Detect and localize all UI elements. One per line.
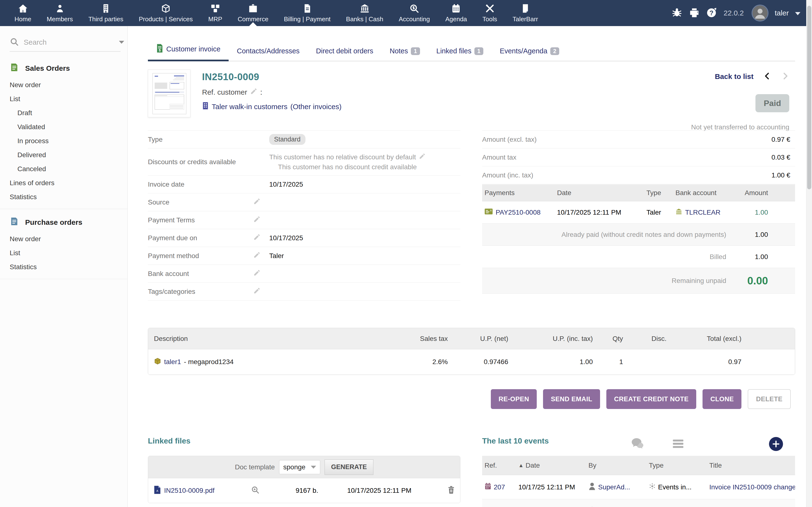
file-name-link[interactable]: IN2510-0009.pdf [164,487,215,495]
trash-icon[interactable] [448,486,455,496]
pencil-icon[interactable] [253,269,260,278]
status-badge: Paid [755,94,789,112]
page-scrollbar[interactable] [806,0,812,507]
pencil-icon[interactable] [253,287,260,296]
generate-button[interactable]: GENERATE [324,459,373,475]
payment-cheque-icon: $ [485,208,493,216]
company-link[interactable]: Taler walk-in customers [212,103,287,111]
amount-value: 0.97 € [771,136,795,144]
tab-direct-debit-orders[interactable]: Direct debit orders [308,47,382,61]
pencil-icon[interactable] [253,251,260,260]
event-type: Events in... [658,483,692,491]
help-icon[interactable]: ? [706,7,717,19]
nav-members[interactable]: Members [39,0,81,26]
sidebar-item-list[interactable]: List [0,92,128,106]
pencil-icon[interactable] [253,233,260,242]
add-icon[interactable] [769,437,783,451]
bank-account-link[interactable]: TLRCLEAR [685,209,720,216]
tab-badge: 1 [474,47,483,55]
pencil-icon[interactable] [419,153,425,161]
event-ref-link[interactable]: 207 [494,483,505,491]
nav-products-services[interactable]: Products | Services [131,0,201,26]
sidebar-item-draft[interactable]: Draft [0,106,128,120]
sidebar-item-in-process[interactable]: In process [0,134,128,148]
payment-due-value: 10/17/2025 [269,234,303,242]
payment-ref-link[interactable]: PAY2510-0008 [496,209,541,216]
nav-label: Tools [483,15,497,23]
doc-green-icon [10,63,19,74]
event-title-link[interactable]: Invoice IN2510-0009 change [709,483,795,491]
other-invoices-link[interactable]: (Other invoices) [290,103,342,111]
send-email-button[interactable]: SEND EMAIL [543,389,600,409]
line-qty: 1 [595,358,625,366]
sidebar-section-title: Sales Orders [25,64,70,72]
event-author-link[interactable]: SuperAd... [598,483,630,491]
nav-label: Accounting [399,15,430,23]
invoice-thumbnail[interactable] [148,69,191,117]
last-events-title: The last 10 events [482,437,549,445]
print-icon[interactable] [689,7,700,19]
tab-notes[interactable]: Notes1 [382,47,428,61]
sidebar-item-po-statistics[interactable]: Statistics [0,260,128,274]
sidebar-item-po-new-order[interactable]: New order [0,232,128,246]
avatar[interactable] [752,5,768,21]
user-name[interactable]: taler [775,9,789,17]
nav-commerce[interactable]: Commerce [230,0,276,26]
line-item-row: taler1 - megaprod1234 2.6% 0.97466 1.00 … [148,349,795,375]
back-to-list-link[interactable]: Back to list [715,72,754,80]
column-header: Amount [741,189,795,197]
nav-home[interactable]: Home [7,0,39,26]
invoice-thumbnail-page [152,73,186,114]
tab-contacts-addresses[interactable]: Contacts/Addresses [229,47,308,61]
clone-button[interactable]: CLONE [703,389,742,409]
pencil-icon[interactable] [253,198,260,207]
nav-third-parties[interactable]: Third parties [81,0,131,26]
tab-events-agenda[interactable]: Events/Agenda2 [492,47,567,61]
tab-customer-invoice[interactable]: $ Customer invoice [148,44,229,61]
doc-template-label: Doc template [235,463,275,471]
zoom-plus-icon[interactable] [251,486,260,496]
sort-asc-icon[interactable]: ▲ [518,462,524,469]
nav-label: Home [14,15,31,23]
nav-banks-cash[interactable]: Banks | Cash [338,0,391,26]
sidebar-item-lines-of-orders[interactable]: Lines of orders [0,176,128,190]
create-credit-note-button[interactable]: CREATE CREDIT NOTE [606,389,697,409]
tab-label: Notes [390,47,408,55]
list-icon[interactable] [672,439,684,450]
nav-billing-payment[interactable]: Billing | Payment [276,0,338,26]
prev-icon[interactable] [763,71,771,81]
select-caret-icon [311,466,316,469]
line-up-inc: 1.00 [511,358,595,366]
bug-report-icon[interactable] [671,7,682,19]
nav-agenda[interactable]: Agenda [438,0,475,26]
nav-mrp[interactable]: MRP [201,0,230,26]
payment-date: 10/17/2025 12:11 PM [555,209,644,216]
chat-icon[interactable] [631,437,644,450]
sidebar-item-statistics[interactable]: Statistics [0,190,128,204]
delete-button[interactable]: DELETE [748,389,791,409]
nav-tools[interactable]: Tools [475,0,505,26]
sidebar-item-po-list[interactable]: List [0,246,128,260]
sidebar-item-delivered[interactable]: Delivered [0,148,128,162]
scrollbar-thumb[interactable] [807,6,811,189]
doc-template-select[interactable]: sponge [279,460,320,474]
search-input[interactable] [24,38,117,46]
search-dropdown-caret[interactable] [119,41,124,44]
sidebar-item-canceled[interactable]: Canceled [0,162,128,176]
pencil-icon[interactable] [253,216,260,225]
field-label: Discounts or credits available [148,158,253,166]
sidebar-item-validated[interactable]: Validated [0,120,128,134]
column-header: Description [148,335,366,343]
nav-accounting[interactable]: Accounting [391,0,438,26]
column-header[interactable]: Date [526,462,540,469]
reopen-button[interactable]: RE-OPEN [491,389,537,409]
ref-customer-label: Ref. customer [202,88,247,96]
pencil-icon[interactable] [250,88,257,97]
amount-row-excl: Amount (excl. tax) 0.97 € [482,131,795,149]
product-link[interactable]: taler1 [164,358,181,366]
tab-linked-files[interactable]: Linked files1 [428,47,492,61]
column-header: Type [647,462,707,469]
sidebar-item-new-order[interactable]: New order [0,78,128,92]
nav-talerbarr[interactable]: TalerBarr [505,0,546,26]
chevron-down-icon[interactable] [795,12,800,15]
